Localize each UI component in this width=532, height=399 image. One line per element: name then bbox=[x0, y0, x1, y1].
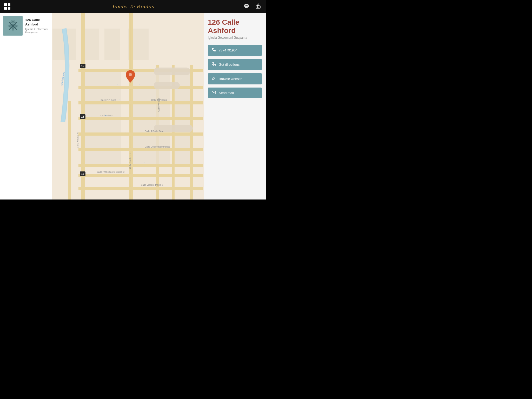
left-sidebar: 126 Calle Ashford Iglesia Getsemani Guay… bbox=[0, 13, 52, 200]
phone-icon bbox=[211, 48, 216, 53]
chat-icon-button[interactable] bbox=[243, 2, 250, 11]
place-thumbnail bbox=[3, 16, 23, 36]
svg-text:←: ← bbox=[104, 114, 107, 117]
svg-text:15: 15 bbox=[81, 172, 84, 175]
svg-rect-59 bbox=[154, 68, 190, 75]
svg-rect-19 bbox=[78, 101, 203, 104]
svg-text:↓: ↓ bbox=[125, 130, 127, 133]
svg-rect-39 bbox=[85, 104, 103, 117]
svg-rect-38 bbox=[175, 89, 190, 101]
svg-rect-25 bbox=[78, 187, 203, 190]
svg-rect-20 bbox=[78, 117, 203, 120]
svg-text:←: ← bbox=[138, 83, 141, 85]
website-button[interactable]: Browse website bbox=[208, 73, 262, 84]
panel-title: 126 Calle Ashford bbox=[208, 18, 262, 35]
svg-rect-21 bbox=[78, 132, 203, 136]
svg-rect-29 bbox=[85, 72, 103, 86]
phone-label: 7874791904 bbox=[219, 48, 237, 52]
svg-rect-93 bbox=[214, 64, 216, 66]
svg-rect-27 bbox=[190, 65, 193, 200]
svg-text:→: → bbox=[172, 161, 175, 164]
svg-rect-31 bbox=[133, 72, 151, 86]
svg-text:Calle Hostos N: Calle Hostos N bbox=[76, 132, 79, 148]
svg-text:15: 15 bbox=[81, 65, 84, 68]
svg-rect-36 bbox=[133, 89, 151, 101]
svg-rect-34 bbox=[85, 89, 103, 101]
website-label: Browse website bbox=[219, 77, 242, 81]
map-area[interactable]: 15 15 15 Rio Guamani Calle Hostos N Call… bbox=[52, 13, 204, 200]
svg-text:Calle Ashford N: Calle Ashford N bbox=[129, 152, 131, 169]
svg-text:15: 15 bbox=[81, 115, 84, 118]
svg-point-1 bbox=[246, 5, 247, 6]
place-card: 126 Calle Ashford Iglesia Getsemani Guay… bbox=[0, 13, 52, 39]
map-svg: 15 15 15 Rio Guamani Calle Hostos N Call… bbox=[52, 13, 204, 200]
place-info: 126 Calle Ashford Iglesia Getsemani Guay… bbox=[25, 18, 49, 34]
svg-rect-50 bbox=[103, 136, 121, 148]
svg-rect-15 bbox=[130, 13, 130, 200]
svg-rect-56 bbox=[133, 151, 151, 164]
mail-button[interactable]: Send mail bbox=[208, 88, 262, 98]
svg-rect-60 bbox=[154, 82, 180, 89]
grid-menu-button[interactable] bbox=[4, 3, 10, 10]
svg-rect-96 bbox=[212, 91, 216, 94]
phone-button[interactable]: 7874791904 bbox=[208, 45, 262, 56]
top-right-actions bbox=[243, 2, 262, 11]
svg-text:Calle Francisco G Bruno O: Calle Francisco G Bruno O bbox=[97, 171, 125, 173]
svg-rect-24 bbox=[78, 174, 203, 177]
directions-icon bbox=[211, 62, 216, 67]
panel-header: 126 Calle Ashford Iglesia Getsemani Guay… bbox=[208, 18, 262, 42]
svg-rect-42 bbox=[151, 104, 170, 117]
svg-rect-14 bbox=[129, 13, 133, 200]
app-title: Jamás Te Rindas bbox=[112, 3, 154, 10]
svg-point-91 bbox=[129, 73, 132, 76]
svg-rect-18 bbox=[78, 86, 203, 89]
place-name: 126 Calle Ashford bbox=[25, 18, 49, 27]
svg-text:→: → bbox=[117, 98, 120, 101]
link-icon bbox=[211, 76, 216, 81]
top-nav-bar: Jamás Te Rindas bbox=[0, 0, 266, 13]
panel-subtitle: Iglesia Getsemani Guayama bbox=[208, 36, 262, 39]
svg-rect-55 bbox=[103, 151, 121, 164]
directions-label: Get directions bbox=[219, 63, 240, 66]
svg-text:Calle J Bade Pérez: Calle J Bade Pérez bbox=[145, 130, 165, 132]
svg-rect-45 bbox=[103, 120, 121, 132]
svg-text:←: ← bbox=[91, 115, 94, 117]
share-icon-button[interactable] bbox=[255, 2, 262, 11]
svg-rect-57 bbox=[151, 151, 170, 164]
svg-rect-43 bbox=[175, 104, 190, 117]
svg-text:←: ← bbox=[116, 83, 119, 85]
svg-rect-54 bbox=[85, 151, 103, 164]
leaf-icon bbox=[6, 19, 19, 32]
svg-point-2 bbox=[247, 5, 248, 6]
svg-text:↑: ↑ bbox=[143, 161, 145, 164]
main-content: 126 Calle Ashford Iglesia Getsemani Guay… bbox=[0, 13, 266, 200]
svg-text:Calle Vicente Pales E: Calle Vicente Pales E bbox=[141, 184, 163, 186]
svg-point-0 bbox=[245, 5, 246, 6]
svg-text:←: ← bbox=[172, 115, 175, 117]
svg-rect-49 bbox=[85, 136, 103, 148]
svg-rect-23 bbox=[78, 164, 203, 167]
svg-rect-44 bbox=[85, 120, 103, 132]
mail-label: Send mail bbox=[219, 91, 234, 95]
svg-rect-10 bbox=[104, 29, 120, 60]
directions-button[interactable]: Get directions bbox=[208, 59, 262, 70]
svg-rect-22 bbox=[78, 148, 203, 151]
svg-rect-53 bbox=[175, 136, 190, 148]
place-subtitle: Iglesia Getsemani Guayama bbox=[25, 28, 49, 34]
svg-text:Calle Cecilio Domínguez: Calle Cecilio Domínguez bbox=[145, 145, 170, 148]
svg-rect-92 bbox=[212, 62, 214, 64]
svg-rect-58 bbox=[175, 151, 190, 164]
svg-rect-94 bbox=[212, 64, 214, 66]
svg-point-6 bbox=[12, 25, 14, 27]
right-panel: 126 Calle Ashford Iglesia Getsemani Guay… bbox=[204, 13, 266, 200]
svg-text:←: ← bbox=[148, 130, 151, 133]
svg-rect-28 bbox=[68, 101, 71, 200]
svg-text:Calle Victoria: Calle Victoria bbox=[157, 98, 160, 112]
svg-text:→: → bbox=[103, 98, 106, 101]
mail-icon bbox=[211, 91, 216, 95]
svg-rect-41 bbox=[133, 104, 151, 117]
